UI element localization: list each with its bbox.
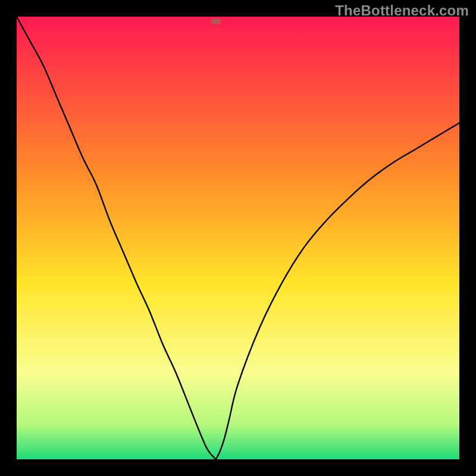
minimum-marker	[211, 18, 221, 24]
chart-background	[17, 17, 459, 459]
watermark-text: TheBottleneck.com	[335, 2, 469, 19]
plot-area	[17, 17, 459, 459]
chart-svg	[17, 17, 459, 459]
chart-frame: TheBottleneck.com	[0, 0, 476, 476]
